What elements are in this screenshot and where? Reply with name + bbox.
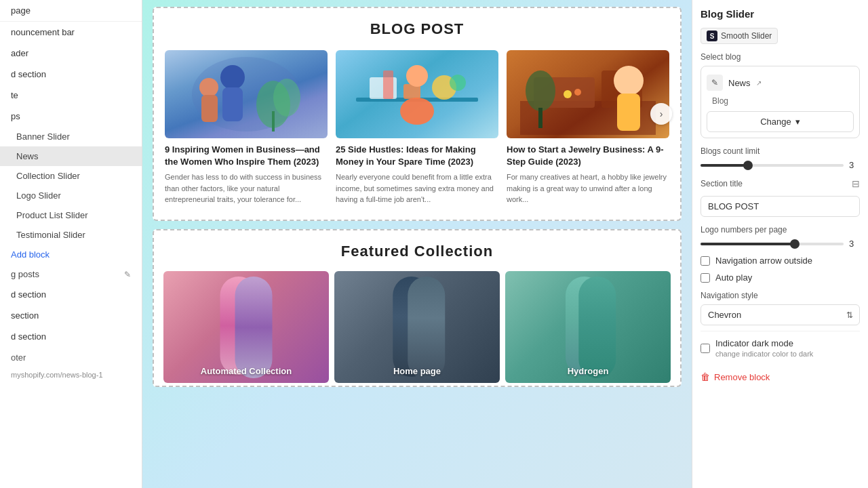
sidebar-header: page (0, 0, 142, 22)
collection-card-2[interactable]: Home page (334, 271, 500, 383)
blogs-count-value: 3 (849, 160, 860, 170)
blogs-count-label: Blogs count limit (701, 146, 860, 156)
blog-card-excerpt-1: Gender has less to do with success in bu… (165, 171, 328, 205)
sidebar-item-section-label[interactable]: d section (0, 284, 142, 305)
sidebar-item-announcement[interactable]: nouncement bar (0, 22, 142, 43)
sidebar-subitem-logo[interactable]: Logo Slider (0, 186, 142, 205)
collection-label-1: Automated Collection (163, 366, 329, 376)
collection-label-3: Hydrogen (505, 366, 671, 376)
external-link-icon: ↗ (756, 79, 762, 87)
sidebar-item-template[interactable]: te (0, 85, 142, 106)
indicator-sublabel: change indicator color to dark (715, 350, 813, 358)
left-sidebar: page nouncement bar ader d section te ps… (0, 0, 142, 488)
logo-numbers-label: Logo numbers per page (701, 225, 860, 235)
section-title-input[interactable] (701, 196, 860, 217)
columns-icon: ⊟ (852, 178, 860, 189)
sidebar-subitem-product-list[interactable]: Product List Slider (0, 205, 142, 225)
svg-rect-5 (272, 111, 275, 131)
collection-card-3[interactable]: Hydrogen (505, 271, 671, 383)
sidebar-subitem-collection[interactable]: Collection Slider (0, 166, 142, 186)
blog-selector: ✎ News ↗ Blog Change ▾ (701, 66, 860, 138)
next-slide-button[interactable]: › (650, 103, 672, 125)
chevron-down-icon: ▾ (795, 117, 800, 127)
panel-title: Blog Slider (701, 8, 860, 20)
blog-card-image-1 (165, 50, 328, 138)
collection-label-2: Home page (334, 366, 500, 376)
slider-thumb-blogs[interactable] (743, 161, 753, 170)
select-blog-label: Select blog (701, 52, 860, 62)
blog-card-1[interactable]: 9 Inspiring Women in Business—and the Wo… (161, 46, 332, 209)
sidebar-subitem-testimonial[interactable]: Testimonial Slider (0, 225, 142, 245)
indicator-row: Indicator dark mode change indicator col… (701, 338, 860, 358)
slider-fill-logo (701, 243, 795, 245)
main-content: BLOG POST (142, 0, 692, 488)
featured-collection-section: Featured Collection Automated Collection… (153, 229, 682, 387)
blog-card-title-3: How to Start a Jewelry Business: A 9-Ste… (507, 144, 669, 168)
edit-icon[interactable]: ✎ (124, 270, 131, 279)
svg-point-12 (450, 75, 466, 91)
snowboard-shape-6 (578, 277, 616, 378)
auto-play-checkbox[interactable] (701, 273, 710, 283)
remove-block-label: Remove block (714, 372, 770, 382)
smooth-slider-badge: S Smooth Slider (701, 28, 778, 44)
sidebar-item-add-section-1[interactable]: d section (0, 64, 142, 85)
blog-edit-icon: ✎ (707, 75, 723, 91)
slider-thumb-logo[interactable] (790, 239, 800, 249)
blog-card-2[interactable]: 25 Side Hustles: Ideas for Making Money … (332, 46, 502, 209)
sidebar-subitem-banner[interactable]: Banner Slider (0, 127, 142, 146)
blog-card-3[interactable]: How to Start a Jewelry Business: A 9-Ste… (502, 46, 673, 209)
svg-point-15 (400, 98, 434, 125)
blog-grid: 9 Inspiring Women in Business—and the Wo… (154, 46, 680, 220)
blog-card-excerpt-3: For many creatives at heart, a hobby lik… (507, 171, 669, 205)
blog-section-title: BLOG POST (154, 8, 680, 46)
nav-arrow-label: Navigation arrow outside (715, 256, 812, 266)
nav-arrow-row: Navigation arrow outside (701, 256, 860, 266)
change-button[interactable]: Change ▾ (707, 111, 854, 132)
blog-card-image-2 (336, 50, 498, 138)
section-title-label: Section title (701, 179, 743, 188)
logo-numbers-slider[interactable]: 3 (701, 239, 860, 249)
sidebar-footer-item[interactable]: oter (0, 347, 142, 368)
svg-point-4 (273, 79, 300, 117)
svg-point-23 (564, 90, 572, 98)
blog-card-title-2: 25 Side Hustles: Ideas for Making Money … (336, 144, 498, 168)
blogs-count-slider[interactable]: 3 (701, 160, 860, 170)
nav-style-select[interactable]: Chevron Arrow Dot (701, 304, 860, 325)
svg-point-19 (614, 66, 644, 96)
sidebar-url: myshopify.com/news-blog-1 (0, 368, 142, 382)
indicator-label: Indicator dark mode (715, 338, 813, 348)
indicator-label-group: Indicator dark mode change indicator col… (715, 338, 813, 358)
nav-arrow-checkbox[interactable] (701, 256, 710, 266)
slider-track-logo (701, 243, 844, 245)
badge-label: Smooth Slider (721, 31, 772, 41)
indicator-dark-checkbox[interactable] (701, 344, 710, 353)
snowboard-shape-4 (408, 277, 445, 380)
trash-icon: 🗑 (701, 371, 710, 382)
svg-rect-22 (538, 108, 542, 128)
remove-block-button[interactable]: 🗑 Remove block (701, 369, 860, 385)
svg-point-21 (526, 70, 555, 111)
sidebar-item-header[interactable]: ader (0, 43, 142, 64)
auto-play-row: Auto play (701, 272, 860, 283)
svg-rect-20 (617, 94, 640, 131)
add-block-button[interactable]: Add block (0, 245, 142, 264)
collection-card-1[interactable]: Automated Collection (163, 271, 329, 383)
right-panel: Blog Slider S Smooth Slider Select blog … (692, 0, 868, 488)
section-title-input-wrapper (701, 193, 860, 217)
divider (701, 331, 860, 331)
sidebar-item-section-label-2[interactable]: section (0, 305, 142, 326)
sidebar-subitem-news[interactable]: News (0, 146, 142, 166)
svg-point-24 (574, 89, 581, 96)
svg-point-14 (406, 65, 428, 87)
svg-rect-13 (383, 70, 393, 99)
sidebar-item-apps[interactable]: ps (0, 106, 142, 127)
collection-section-title: Featured Collection (154, 230, 680, 268)
collection-grid: Automated Collection Home page Hydrogen (154, 268, 680, 386)
slider-fill-blogs (701, 164, 748, 167)
sidebar-item-add-section-2[interactable]: d section (0, 326, 142, 347)
svg-rect-2 (222, 87, 243, 121)
auto-play-label: Auto play (715, 272, 752, 283)
snowboard-shape-2 (235, 277, 273, 378)
change-button-label: Change (760, 117, 791, 127)
svg-rect-7 (201, 95, 218, 122)
